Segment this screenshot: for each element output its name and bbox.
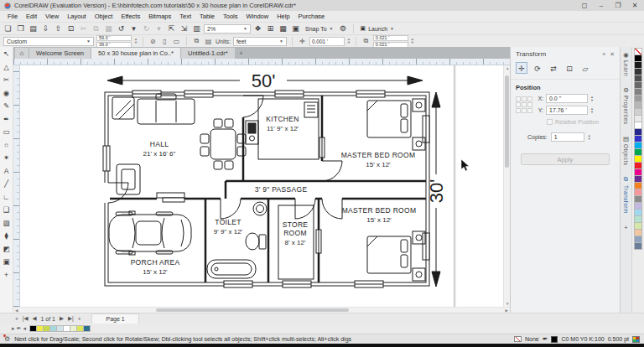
anchor-point-grid[interactable] bbox=[516, 96, 532, 125]
document-tab[interactable]: Untitled-1.cdr* bbox=[181, 48, 235, 59]
horizontal-ruler[interactable] bbox=[13, 59, 510, 65]
page-sorter-icon[interactable]: ▥ bbox=[191, 24, 202, 34]
menu-view[interactable]: View bbox=[41, 13, 63, 20]
new-tab-button[interactable]: + bbox=[236, 48, 247, 59]
palette-expand-icon[interactable]: ▸ bbox=[12, 325, 15, 332]
interactive-fill-tool[interactable]: ◩ bbox=[3, 244, 9, 255]
landscape-icon[interactable]: ▭ bbox=[172, 38, 181, 45]
menu-purchase[interactable]: Purchase bbox=[294, 13, 330, 20]
crop-tool[interactable]: ✂ bbox=[3, 75, 9, 85]
x-spinner[interactable]: ▲▼ bbox=[590, 96, 594, 102]
nudge-spinner[interactable]: ▲▼ bbox=[347, 38, 351, 44]
palette-collapse-icon[interactable]: ◂ bbox=[23, 325, 26, 332]
nudge-field[interactable]: 0.001 ' bbox=[309, 37, 345, 46]
outline-pen-icon[interactable]: ✒ bbox=[543, 335, 548, 343]
polygon-tool[interactable]: ✶ bbox=[3, 153, 9, 163]
more-tools[interactable]: + bbox=[4, 270, 8, 281]
shape-tool[interactable]: △ bbox=[3, 62, 9, 73]
menu-layout[interactable]: Layout bbox=[63, 13, 91, 20]
docker-tab-transform[interactable]: ⧉Transform bbox=[623, 175, 629, 214]
eyedropper-tool[interactable]: ⧫ bbox=[4, 230, 8, 241]
menu-table[interactable]: Table bbox=[195, 13, 219, 20]
transform-scale-mirror-icon[interactable]: ⇄ bbox=[548, 62, 559, 74]
import-icon[interactable]: ⇩ bbox=[40, 24, 51, 34]
redo-icon[interactable]: ↻ bbox=[141, 24, 152, 34]
floor-plan-drawing[interactable]: 50' 30' bbox=[20, 65, 503, 307]
portrait-icon[interactable]: ▯ bbox=[160, 38, 169, 45]
connector-tool[interactable]: ∟ bbox=[3, 192, 9, 203]
delete-preset-icon[interactable]: ⊘ bbox=[148, 38, 158, 45]
docker-tab-learn[interactable]: ◉Learn bbox=[623, 51, 629, 76]
export-icon[interactable]: ⇧ bbox=[53, 24, 64, 34]
duplicate-x-field[interactable]: 0.021 ' bbox=[373, 35, 408, 41]
horizontal-scrollbar[interactable]: ◀ ▶ bbox=[13, 307, 510, 313]
menu-bitmaps[interactable]: Bitmaps bbox=[144, 13, 175, 20]
menu-help[interactable]: Help bbox=[273, 13, 293, 20]
menu-edit[interactable]: Edit bbox=[22, 13, 41, 20]
menu-effects[interactable]: Effects bbox=[117, 13, 144, 20]
duplicate-spinner[interactable]: ▲▼ bbox=[411, 38, 414, 44]
document-tab[interactable]: Welcome Screen bbox=[29, 48, 91, 59]
docker-tab-properties[interactable]: ⚙Properties bbox=[623, 86, 629, 125]
x-position-field[interactable]: 0.0 " bbox=[546, 94, 588, 103]
menu-object[interactable]: Object bbox=[91, 13, 117, 20]
zoom-tool[interactable]: ◉ bbox=[3, 88, 9, 99]
save-icon[interactable]: ▤ bbox=[28, 24, 39, 34]
paste-icon[interactable]: ▦ bbox=[103, 24, 114, 34]
add-page-button-2[interactable]: + bbox=[78, 316, 81, 322]
page-size-spinner[interactable]: ▲▼ bbox=[134, 38, 138, 44]
page-tab[interactable]: Page 1 bbox=[91, 313, 138, 324]
transform-rotate-icon[interactable]: ⟳ bbox=[532, 62, 543, 74]
home-tab-icon[interactable]: ⌂ bbox=[15, 48, 29, 59]
docker-tab-add-docker[interactable]: + bbox=[624, 224, 627, 233]
zoom-to-selection-icon[interactable]: ⇲ bbox=[179, 24, 190, 34]
all-pages-icon[interactable]: ⧉ bbox=[192, 37, 201, 45]
first-page-icon[interactable]: |◀ bbox=[23, 315, 29, 322]
color-swatch[interactable] bbox=[634, 242, 642, 250]
copies-spinner[interactable]: ▲▼ bbox=[588, 134, 591, 141]
copy-icon[interactable]: ⧉ bbox=[91, 24, 101, 34]
next-page-icon[interactable]: ▶ bbox=[60, 315, 64, 322]
menu-tools[interactable]: Tools bbox=[219, 13, 242, 20]
snap-to-dropdown[interactable]: Snap To▼ bbox=[303, 26, 336, 32]
pick-tool[interactable]: ↖ bbox=[3, 49, 9, 60]
docker-collapse-icon[interactable]: » bbox=[602, 51, 605, 58]
show-grid-icon[interactable]: ▦ bbox=[278, 24, 288, 33]
minimize-button[interactable]: – bbox=[596, 2, 606, 9]
snap-off-icon[interactable]: ▣ bbox=[290, 24, 301, 33]
menu-file[interactable]: File bbox=[3, 13, 22, 20]
open-icon[interactable]: ❒ bbox=[15, 24, 26, 34]
cut-icon[interactable]: ✂ bbox=[78, 24, 89, 34]
text-tool[interactable]: A bbox=[4, 166, 9, 177]
account-icon[interactable]: ◻ bbox=[579, 2, 589, 9]
transform-position-icon[interactable]: ✛ bbox=[516, 62, 527, 74]
color-swatch[interactable] bbox=[83, 325, 91, 332]
smart-fill-tool[interactable]: ▣ bbox=[3, 256, 9, 267]
zoom-level-combo[interactable]: 2%▼ bbox=[204, 24, 251, 34]
undo-icon[interactable]: ↺ bbox=[116, 24, 127, 34]
options-gear-icon[interactable]: ⚙ bbox=[338, 24, 349, 33]
y-spinner[interactable]: ▲▼ bbox=[590, 107, 594, 114]
relative-position-checkbox[interactable] bbox=[547, 119, 553, 125]
dimension-tool[interactable]: ╱ bbox=[4, 179, 8, 189]
vertical-scrollbar-thumb[interactable] bbox=[505, 75, 509, 168]
print-icon[interactable]: ⊡ bbox=[65, 24, 76, 34]
close-button[interactable]: ✕ bbox=[630, 2, 640, 9]
redo-dropdown-icon[interactable]: ▾ bbox=[153, 24, 164, 34]
undo-dropdown-icon[interactable]: ▾ bbox=[128, 24, 139, 34]
show-rulers-icon[interactable]: ⊞ bbox=[265, 24, 276, 33]
drop-shadow-tool[interactable]: ❑ bbox=[3, 205, 10, 215]
horizontal-scrollbar-thumb[interactable] bbox=[156, 308, 349, 312]
new-document-icon[interactable]: ❏ bbox=[3, 24, 13, 34]
current-page-icon[interactable]: ▤ bbox=[204, 38, 213, 45]
transform-size-icon[interactable]: ⊡ bbox=[564, 62, 575, 74]
ellipse-tool[interactable]: ○ bbox=[4, 140, 8, 151]
restore-button[interactable]: ❐ bbox=[613, 2, 623, 9]
copies-field[interactable]: 1 bbox=[551, 132, 584, 142]
vertical-ruler[interactable] bbox=[13, 65, 20, 307]
y-position-field[interactable]: 17.76 ' bbox=[546, 106, 588, 115]
vertical-scrollbar[interactable]: ▲ ▼ bbox=[503, 65, 510, 307]
scroll-up-icon[interactable]: ▲ bbox=[506, 65, 509, 71]
menu-text[interactable]: Text bbox=[175, 13, 195, 20]
scroll-down-icon[interactable]: ▼ bbox=[506, 301, 509, 307]
